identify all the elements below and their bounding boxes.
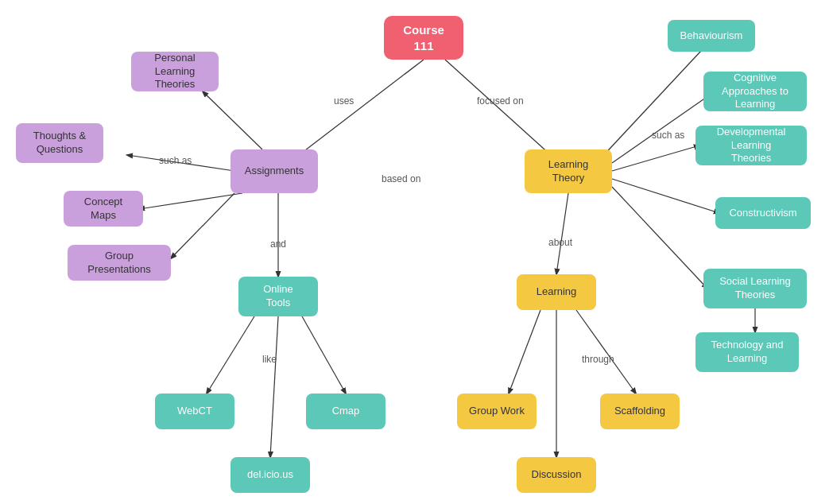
- label-and: and: [270, 238, 286, 250]
- node-developmental[interactable]: Developmental LearningTheories: [695, 126, 807, 165]
- node-course[interactable]: Course 111: [384, 16, 463, 60]
- label-about: about: [548, 237, 572, 248]
- node-cmap[interactable]: Cmap: [306, 394, 386, 429]
- node-group-work[interactable]: Group Work: [457, 394, 537, 429]
- label-uses: uses: [334, 95, 354, 107]
- svg-line-7: [207, 316, 254, 394]
- node-scaffolding[interactable]: Scaffolding: [600, 394, 680, 429]
- node-discussion[interactable]: Discussion: [517, 457, 596, 493]
- label-focused-on: focused on: [477, 95, 524, 107]
- node-technology-learning[interactable]: Technology andLearning: [695, 332, 799, 372]
- node-cognitive[interactable]: Cognitive Approaches toLearning: [703, 72, 807, 111]
- node-social-learning[interactable]: Social LearningTheories: [703, 269, 807, 308]
- label-based-on: based on: [382, 173, 420, 184]
- label-like: like: [262, 354, 277, 365]
- node-personal-learning[interactable]: Personal LearningTheories: [131, 52, 219, 91]
- label-such-as-right: such as: [652, 130, 684, 141]
- node-online-tools[interactable]: OnlineTools: [238, 277, 318, 316]
- node-thoughts-questions[interactable]: Thoughts &Questions: [16, 123, 103, 163]
- svg-line-10: [556, 193, 568, 274]
- svg-line-18: [612, 187, 707, 289]
- svg-line-12: [576, 310, 636, 394]
- node-webct[interactable]: WebCT: [155, 394, 234, 429]
- node-group-presentations[interactable]: Group Presentations: [68, 245, 171, 281]
- svg-line-4: [139, 193, 242, 209]
- node-constructivism[interactable]: Constructivism: [715, 197, 811, 229]
- svg-line-16: [612, 145, 699, 171]
- node-learning[interactable]: Learning: [517, 274, 596, 310]
- svg-line-11: [509, 310, 540, 394]
- node-concept-maps[interactable]: ConceptMaps: [64, 191, 143, 227]
- svg-line-8: [302, 316, 346, 394]
- label-through: through: [582, 354, 614, 365]
- svg-line-9: [270, 316, 278, 457]
- node-assignments[interactable]: Assignments: [231, 149, 318, 193]
- svg-line-2: [203, 91, 262, 149]
- svg-line-17: [612, 179, 719, 213]
- label-such-as-left: such as: [159, 155, 192, 166]
- node-delicious[interactable]: del.icio.us: [231, 457, 310, 493]
- node-learning-theory[interactable]: LearningTheory: [525, 149, 612, 193]
- svg-line-14: [600, 40, 711, 159]
- svg-line-5: [171, 193, 234, 258]
- node-behaviourism[interactable]: Behaviourism: [668, 20, 755, 52]
